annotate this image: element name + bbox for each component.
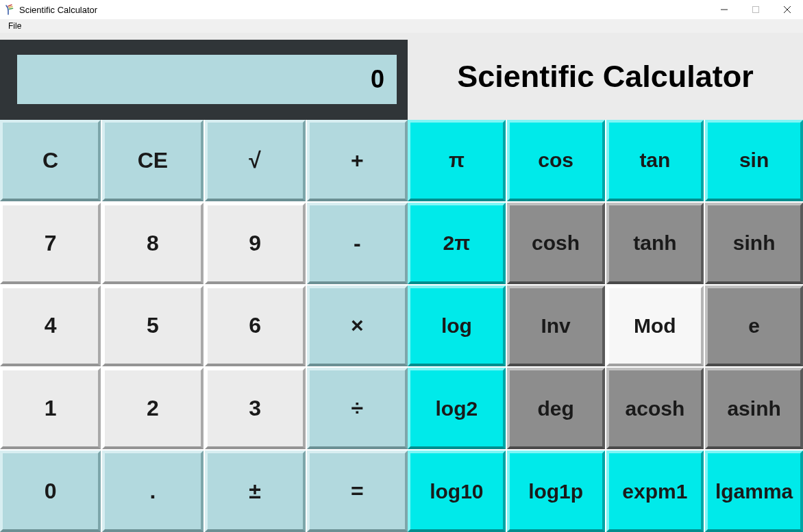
digit-0-button[interactable]: 0 [0,451,101,532]
clear-button[interactable]: C [0,120,101,201]
left-panel: 0 CCE√+789-456×123÷0.±= [0,33,408,532]
display-area: 0 [0,33,408,120]
scientific-keypad: πcostansin2πcoshtanhsinhlogInvModelog2de… [408,120,803,532]
plus-minus-button[interactable]: ± [205,451,306,532]
divide-button[interactable]: ÷ [307,368,408,449]
two-pi-button[interactable]: 2π [408,203,506,284]
svg-rect-1 [753,7,759,13]
window-title: Scientific Calculator [19,5,97,15]
app-icon [4,4,15,15]
tanh-button[interactable]: tanh [606,203,704,284]
digit-4-button[interactable]: 4 [0,286,101,367]
close-button[interactable] [771,0,803,19]
display-screen: 0 [17,55,397,104]
file-menu[interactable]: File [4,20,25,32]
numeric-keypad: CCE√+789-456×123÷0.±= [0,120,408,532]
tan-button[interactable]: tan [606,120,704,201]
pi-button[interactable]: π [408,120,506,201]
title-bar-left: Scientific Calculator [4,4,97,15]
digit-1-button[interactable]: 1 [0,368,101,449]
log10-button[interactable]: log10 [408,451,506,532]
mod-button[interactable]: Mod [606,286,704,367]
e-button[interactable]: e [705,286,803,367]
deg-button[interactable]: deg [507,368,605,449]
log1p-button[interactable]: log1p [507,451,605,532]
lgamma-button[interactable]: lgamma [705,451,803,532]
maximize-button[interactable] [740,0,771,19]
plus-button[interactable]: + [307,120,408,201]
digit-3-button[interactable]: 3 [205,368,306,449]
inv-button[interactable]: Inv [507,286,605,367]
log-button[interactable]: log [408,286,506,367]
minimize-button[interactable] [708,0,740,19]
cosh-button[interactable]: cosh [507,203,605,284]
digit-8-button[interactable]: 8 [102,203,203,284]
cos-button[interactable]: cos [507,120,605,201]
log2-button[interactable]: log2 [408,368,506,449]
window-controls [708,0,803,19]
heading-area: Scientific Calculator [408,33,803,120]
decimal-button[interactable]: . [102,451,203,532]
right-panel: Scientific Calculator πcostansin2πcoshta… [408,33,803,532]
sin-button[interactable]: sin [705,120,803,201]
minus-button[interactable]: - [307,203,408,284]
digit-7-button[interactable]: 7 [0,203,101,284]
acosh-button[interactable]: acosh [606,368,704,449]
equals-button[interactable]: = [307,451,408,532]
sqrt-button[interactable]: √ [205,120,306,201]
digit-2-button[interactable]: 2 [102,368,203,449]
asinh-button[interactable]: asinh [705,368,803,449]
sinh-button[interactable]: sinh [705,203,803,284]
expm1-button[interactable]: expm1 [606,451,704,532]
digit-6-button[interactable]: 6 [205,286,306,367]
menu-bar: File [0,19,803,33]
digit-5-button[interactable]: 5 [102,286,203,367]
digit-9-button[interactable]: 9 [205,203,306,284]
heading-label: Scientific Calculator [457,59,754,94]
multiply-button[interactable]: × [307,286,408,367]
title-bar: Scientific Calculator [0,0,803,19]
clear-entry-button[interactable]: CE [102,120,203,201]
calculator-body: 0 CCE√+789-456×123÷0.±= Scientific Calcu… [0,33,803,532]
